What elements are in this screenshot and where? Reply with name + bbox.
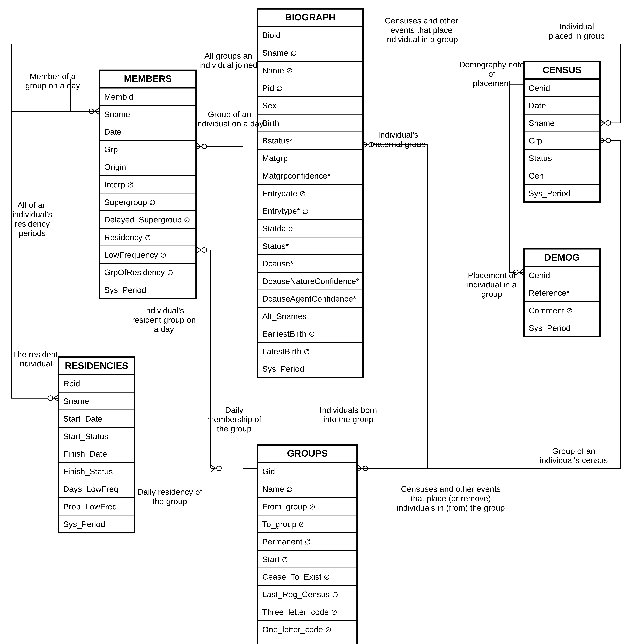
- field-sys_period: Sys_Period: [262, 364, 304, 373]
- relation-label: The residentindividual: [12, 350, 58, 368]
- field-to_group: To_group ∅: [262, 519, 305, 529]
- field-grpofresidency: GrpOfResidency ∅: [104, 268, 173, 277]
- svg-line-23: [211, 465, 215, 468]
- field-status: Status: [529, 154, 552, 163]
- relation-label: Placement ofindividual in agroup: [467, 271, 517, 298]
- field-earliestbirth: EarliestBirth ∅: [262, 329, 315, 338]
- field-last_reg_census: Last_Reg_Census ∅: [262, 590, 338, 599]
- field-start: Start ∅: [262, 555, 288, 564]
- field-rbid: Rbid: [63, 379, 80, 388]
- field-finish_date: Finish_Date: [63, 449, 107, 458]
- field-three_letter_code: Three_letter_code ∅: [262, 607, 337, 616]
- svg-point-38: [606, 121, 611, 125]
- relation-label: Individuals borninto the group: [320, 405, 377, 424]
- svg-point-26: [202, 248, 207, 252]
- field-sex: Sex: [262, 101, 276, 110]
- field-latestbirth: LatestBirth ∅: [262, 347, 310, 356]
- field-cease_to_exist: Cease_To_Exist ∅: [262, 572, 330, 581]
- field-reference*: Reference*: [529, 288, 570, 297]
- relation-label: Individual'smaternal group: [371, 130, 426, 149]
- field-interp: Interp ∅: [104, 180, 134, 189]
- field-origin: Origin: [104, 162, 126, 171]
- relation-label: Individual'sresident group ona day: [132, 306, 196, 334]
- svg-point-6: [48, 396, 53, 400]
- field-supergroup: Supergroup ∅: [104, 197, 155, 207]
- table-census: CENSUSCenidDateSnameGrpStatusCenSys_Peri…: [524, 61, 600, 202]
- field-dcause*: Dcause*: [262, 259, 293, 268]
- field-bioid: Bioid: [262, 31, 280, 40]
- field-comment: Comment ∅: [529, 306, 573, 315]
- field-finish_status: Finish_Status: [63, 467, 113, 476]
- field-days_lowfreq: Days_LowFreq: [63, 484, 118, 493]
- field-matgrp: Matgrp: [262, 154, 288, 163]
- field-bstatus*: Bstatus*: [262, 136, 293, 145]
- field-dcausenatureconfidence*: DcauseNatureConfidence*: [262, 277, 359, 286]
- field-lowfrequency: LowFrequency ∅: [104, 250, 166, 259]
- field-sname: Sname ∅: [262, 48, 297, 57]
- table-members: MEMBERSMembidSnameDateGrpOriginInterp ∅S…: [100, 70, 196, 299]
- relation-label: Demography noteofplacement: [459, 60, 524, 88]
- table-title: DEMOG: [544, 252, 580, 262]
- field-dcauseagentconfidence*: DcauseAgentConfidence*: [262, 294, 356, 303]
- field-sname: Sname: [104, 110, 130, 119]
- table-title: MEMBERS: [124, 73, 172, 84]
- field-entrytype*: Entrytype* ∅: [262, 206, 308, 215]
- field-name: Name ∅: [262, 484, 293, 493]
- field-sys_period: Sys_Period: [529, 189, 571, 198]
- relation-label: Group of anindividual's census: [540, 446, 608, 465]
- field-cenid: Cenid: [529, 83, 550, 92]
- field-alt_snames: Alt_Snames: [262, 312, 306, 321]
- relation-label: Daily residency ofthe group: [137, 487, 202, 506]
- svg-point-18: [202, 144, 207, 149]
- field-entrydate: Entrydate ∅: [262, 189, 306, 198]
- table-title: GROUPS: [287, 448, 328, 459]
- field-sname: Sname: [63, 396, 89, 406]
- svg-line-25: [211, 468, 215, 472]
- relation-label: Member of agroup on a day: [25, 72, 80, 90]
- field-grp: Grp: [104, 145, 118, 154]
- field-date: Date: [529, 101, 546, 110]
- field-sname: Sname: [529, 118, 555, 128]
- field-sys_period: Sys_Period: [104, 285, 146, 294]
- field-permanent: Permanent ∅: [262, 537, 311, 546]
- field-date: Date: [104, 127, 121, 136]
- field-membid: Membid: [104, 92, 133, 101]
- field-study_grp: Study_Grp ∅: [262, 642, 310, 644]
- field-pid: Pid ∅: [262, 83, 283, 92]
- field-delayed_supergroup: Delayed_Supergroup ∅: [104, 215, 190, 224]
- field-name: Name ∅: [262, 66, 293, 75]
- svg-point-46: [606, 138, 611, 143]
- field-start_status: Start_Status: [63, 432, 108, 441]
- relation-label: Dailymembership ofthe group: [207, 405, 261, 433]
- field-one_letter_code: One_letter_code ∅: [262, 625, 331, 634]
- field-from_group: From_group ∅: [262, 502, 315, 511]
- relation-label: Individualplaced in group: [549, 22, 605, 40]
- field-cenid: Cenid: [529, 271, 550, 280]
- field-sys_period: Sys_Period: [529, 323, 571, 332]
- field-residency: Residency ∅: [104, 233, 151, 242]
- field-cen: Cen: [529, 171, 544, 180]
- table-groups: GROUPSGidName ∅From_group ∅To_group ∅Per…: [258, 445, 357, 644]
- field-start_date: Start_Date: [63, 414, 102, 423]
- svg-point-22: [217, 466, 221, 471]
- field-matgrpconfidence*: Matgrpconfidence*: [262, 171, 331, 180]
- field-gid: Gid: [262, 467, 275, 476]
- field-sys_period: Sys_Period: [63, 519, 105, 529]
- relation-label: Censuses and other eventsthat place (or …: [397, 484, 505, 512]
- table-biograph: BIOGRAPHBioidSname ∅Name ∅Pid ∅SexBirthB…: [258, 9, 363, 378]
- relation-label: Group of anindividual on a day: [196, 110, 263, 128]
- field-status*: Status*: [262, 241, 289, 251]
- field-grp: Grp: [529, 136, 542, 145]
- relation-label: Censuses and otherevents that placeindiv…: [385, 16, 458, 44]
- field-prop_lowfreq: Prop_LowFreq: [63, 502, 117, 511]
- table-title: BIOGRAPH: [285, 12, 336, 22]
- table-title: CENSUS: [543, 65, 582, 75]
- relation-label: All of anindividual'sresidencyperiods: [12, 200, 52, 238]
- table-demog: DEMOGCenidReference*Comment ∅Sys_Period: [524, 249, 600, 337]
- field-statdate: Statdate: [262, 224, 293, 233]
- relation-label: All groups anindividual joined: [199, 51, 257, 70]
- table-residencies: RESIDENCIESRbidSnameStart_DateStart_Stat…: [59, 357, 135, 533]
- field-birth: Birth: [262, 118, 279, 128]
- table-title: RESIDENCIES: [65, 360, 128, 371]
